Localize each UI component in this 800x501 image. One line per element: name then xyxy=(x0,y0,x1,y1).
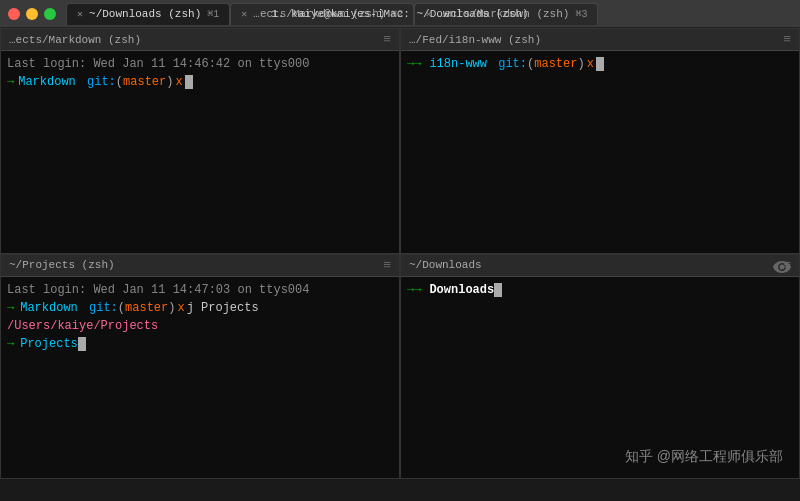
cmd-name: i18n-www xyxy=(429,55,487,73)
terminal-line: Last login: Wed Jan 11 14:47:03 on ttys0… xyxy=(7,281,393,299)
eye-icon[interactable] xyxy=(773,261,791,277)
pane-bottom-left-header: ~/Projects (zsh) ≡ xyxy=(1,255,399,277)
tab-close-icon[interactable]: ✕ xyxy=(241,8,247,20)
prompt-arrow: →→ xyxy=(407,55,421,73)
pane-top-right-content: →→ i18n-www git:(master) x xyxy=(401,51,799,253)
pane-menu-icon[interactable]: ≡ xyxy=(383,258,391,273)
pane-menu-icon[interactable]: ≡ xyxy=(383,32,391,47)
pane-title: ~/Projects (zsh) xyxy=(9,259,115,271)
terminal-line: → Markdown git:(master) x xyxy=(7,73,393,91)
pane-top-right: …/Fed/i18n-www (zsh) ≡ →→ i18n-www git:(… xyxy=(400,28,800,254)
git-keyword: git: xyxy=(89,299,118,317)
cmd-name: Projects xyxy=(20,335,78,353)
traffic-lights xyxy=(8,8,56,20)
path-text: /Users/kaiye/Projects xyxy=(7,317,158,335)
pane-title: ~/Downloads xyxy=(409,259,482,271)
cmd-name: Downloads xyxy=(429,281,494,299)
pane-menu-icon[interactable]: ≡ xyxy=(783,32,791,47)
terminal-line: →→ Downloads xyxy=(407,281,793,299)
terminal-area: …ects/Markdown (zsh) ≡ Last login: Wed J… xyxy=(0,28,800,479)
git-branch: master xyxy=(123,73,166,91)
terminal-line: /Users/kaiye/Projects xyxy=(7,317,393,335)
prompt-arrow: → xyxy=(7,335,14,353)
terminal-line: →→ i18n-www git:(master) x xyxy=(407,55,793,73)
tab-shortcut: ⌘3 xyxy=(575,8,587,20)
prompt-arrow: → xyxy=(7,73,14,91)
git-label xyxy=(78,73,85,91)
pane-title: …/Fed/i18n-www (zsh) xyxy=(409,34,541,46)
tab-downloads[interactable]: ✕ ~/Downloads (zsh) ⌘1 xyxy=(66,3,230,25)
git-x: x xyxy=(177,299,184,317)
pane-bottom-left: ~/Projects (zsh) ≡ Last login: Wed Jan 1… xyxy=(0,254,400,480)
pane-title: …ects/Markdown (zsh) xyxy=(9,34,141,46)
pane-top-left: …ects/Markdown (zsh) ≡ Last login: Wed J… xyxy=(0,28,400,254)
git-x: x xyxy=(175,73,182,91)
terminal-line: Last login: Wed Jan 11 14:46:42 on ttys0… xyxy=(7,55,393,73)
cmd-name: Markdown xyxy=(20,299,78,317)
close-button[interactable] xyxy=(8,8,20,20)
tab-close-icon[interactable]: ✕ xyxy=(77,8,83,20)
cursor xyxy=(494,283,502,297)
cmd-name: Markdown xyxy=(18,73,76,91)
git-x: x xyxy=(587,55,594,73)
git-branch: master xyxy=(534,55,577,73)
prompt-arrow: → xyxy=(7,299,14,317)
cursor xyxy=(185,75,193,89)
prompt-arrow: →→ xyxy=(407,281,421,299)
pane-top-left-content: Last login: Wed Jan 11 14:46:42 on ttys0… xyxy=(1,51,399,253)
pane-top-left-header: …ects/Markdown (zsh) ≡ xyxy=(1,29,399,51)
git-keyword: git: xyxy=(87,73,116,91)
tab-label: ~/Downloads (zsh) xyxy=(89,8,201,20)
cmd-args: j Projects xyxy=(187,299,259,317)
titlebar: ✕ ~/Downloads (zsh) ⌘1 ✕ …ects/Markdown … xyxy=(0,0,800,28)
pane-bottom-left-content: Last login: Wed Jan 11 14:47:03 on ttys0… xyxy=(1,277,399,479)
pane-top-right-header: …/Fed/i18n-www (zsh) ≡ xyxy=(401,29,799,51)
pane-bottom-right-header: ~/Downloads ≡ xyxy=(401,255,799,277)
maximize-button[interactable] xyxy=(44,8,56,20)
git-keyword: git: xyxy=(498,55,527,73)
login-text: Last login: Wed Jan 11 14:46:42 on ttys0… xyxy=(7,55,309,73)
minimize-button[interactable] xyxy=(26,8,38,20)
terminal-line: → Projects xyxy=(7,335,393,353)
git-branch: master xyxy=(125,299,168,317)
terminal-line: → Markdown git:(master) x j Projects xyxy=(7,299,393,317)
pane-bottom-right: ~/Downloads ≡ →→ Downloads 知乎 @网络工程师俱乐部 xyxy=(400,254,800,480)
window-title: 1. kaiye@kaiyes-iMac: ~/Downloads (zsh) xyxy=(271,8,528,20)
cursor xyxy=(78,337,86,351)
cursor xyxy=(596,57,604,71)
login-text: Last login: Wed Jan 11 14:47:03 on ttys0… xyxy=(7,281,309,299)
tab-shortcut: ⌘1 xyxy=(207,8,219,20)
watermark: 知乎 @网络工程师俱乐部 xyxy=(625,448,783,466)
